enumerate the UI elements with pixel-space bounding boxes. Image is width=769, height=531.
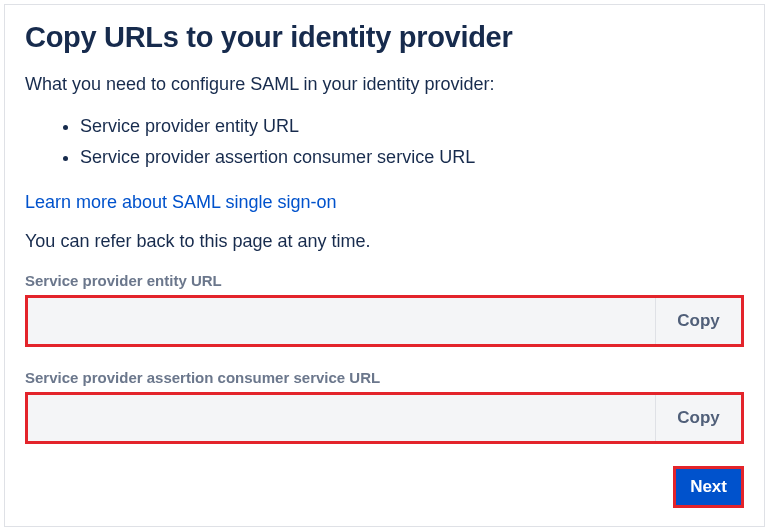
- learn-more-link[interactable]: Learn more about SAML single sign-on: [25, 192, 337, 213]
- acs-url-label: Service provider assertion consumer serv…: [25, 369, 744, 386]
- requirements-list: Service provider entity URL Service prov…: [25, 111, 744, 172]
- next-button-highlight: Next: [673, 466, 744, 508]
- page-title: Copy URLs to your identity provider: [25, 21, 744, 54]
- copy-entity-url-button[interactable]: Copy: [655, 298, 741, 344]
- intro-text: What you need to configure SAML in your …: [25, 74, 744, 95]
- copy-acs-url-button[interactable]: Copy: [655, 395, 741, 441]
- saml-config-panel: Copy URLs to your identity provider What…: [4, 4, 765, 527]
- entity-url-label: Service provider entity URL: [25, 272, 744, 289]
- list-item: Service provider entity URL: [80, 111, 744, 142]
- next-button[interactable]: Next: [676, 469, 741, 505]
- entity-url-row: Copy: [25, 295, 744, 347]
- refer-note: You can refer back to this page at any t…: [25, 231, 744, 252]
- acs-url-row: Copy: [25, 392, 744, 444]
- list-item: Service provider assertion consumer serv…: [80, 142, 744, 173]
- entity-url-input[interactable]: [28, 298, 655, 344]
- acs-url-input[interactable]: [28, 395, 655, 441]
